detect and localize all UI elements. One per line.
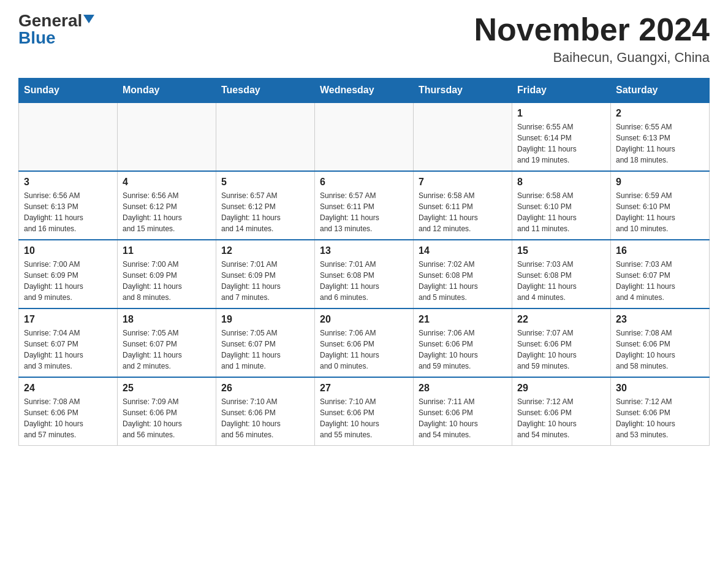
calendar-cell <box>414 102 512 171</box>
logo: General Blue <box>18 12 94 47</box>
day-info: Sunrise: 7:03 AMSunset: 6:08 PMDaylight:… <box>517 259 605 303</box>
calendar-cell: 5Sunrise: 6:57 AMSunset: 6:12 PMDaylight… <box>216 171 315 240</box>
day-info: Sunrise: 6:58 AMSunset: 6:10 PMDaylight:… <box>517 190 605 234</box>
calendar-cell: 1Sunrise: 6:55 AMSunset: 6:14 PMDaylight… <box>512 102 611 171</box>
calendar-cell: 11Sunrise: 7:00 AMSunset: 6:09 PMDayligh… <box>118 240 216 308</box>
calendar-cell: 10Sunrise: 7:00 AMSunset: 6:09 PMDayligh… <box>19 240 118 308</box>
day-number: 22 <box>517 314 605 325</box>
day-number: 15 <box>517 245 605 256</box>
calendar-cell: 24Sunrise: 7:08 AMSunset: 6:06 PMDayligh… <box>19 377 118 446</box>
day-info: Sunrise: 7:06 AMSunset: 6:06 PMDaylight:… <box>419 327 507 372</box>
calendar-body: 1Sunrise: 6:55 AMSunset: 6:14 PMDaylight… <box>19 102 710 446</box>
day-info: Sunrise: 7:10 AMSunset: 6:06 PMDaylight:… <box>320 396 408 440</box>
calendar-cell: 20Sunrise: 7:06 AMSunset: 6:06 PMDayligh… <box>315 308 414 377</box>
calendar-header: SundayMondayTuesdayWednesdayThursdayFrid… <box>19 79 710 103</box>
day-info: Sunrise: 6:56 AMSunset: 6:12 PMDaylight:… <box>123 190 211 234</box>
day-number: 23 <box>616 314 704 325</box>
calendar-cell <box>216 102 315 171</box>
logo-blue-text: Blue <box>18 29 56 47</box>
day-info: Sunrise: 7:12 AMSunset: 6:06 PMDaylight:… <box>517 396 605 440</box>
weekday-header-sunday: Sunday <box>19 79 118 103</box>
day-info: Sunrise: 7:02 AMSunset: 6:08 PMDaylight:… <box>419 259 507 303</box>
calendar-cell: 9Sunrise: 6:59 AMSunset: 6:10 PMDaylight… <box>611 171 710 240</box>
day-number: 21 <box>419 314 507 325</box>
day-number: 25 <box>123 383 211 394</box>
day-info: Sunrise: 6:55 AMSunset: 6:14 PMDaylight:… <box>517 121 605 166</box>
day-number: 30 <box>616 383 704 394</box>
day-number: 7 <box>419 177 507 188</box>
title-area: November 2024 Baihecun, Guangxi, China <box>474 12 710 66</box>
day-number: 29 <box>517 383 605 394</box>
day-info: Sunrise: 6:59 AMSunset: 6:10 PMDaylight:… <box>616 190 704 234</box>
day-number: 10 <box>24 245 112 256</box>
day-info: Sunrise: 7:03 AMSunset: 6:07 PMDaylight:… <box>616 259 704 303</box>
day-number: 6 <box>320 177 408 188</box>
calendar-week-row: 17Sunrise: 7:04 AMSunset: 6:07 PMDayligh… <box>19 308 710 377</box>
weekday-header-wednesday: Wednesday <box>315 79 414 103</box>
day-info: Sunrise: 6:58 AMSunset: 6:11 PMDaylight:… <box>419 190 507 234</box>
calendar-cell: 2Sunrise: 6:55 AMSunset: 6:13 PMDaylight… <box>611 102 710 171</box>
day-number: 4 <box>123 177 211 188</box>
day-number: 1 <box>517 108 605 119</box>
calendar-cell: 26Sunrise: 7:10 AMSunset: 6:06 PMDayligh… <box>216 377 315 446</box>
calendar-cell: 7Sunrise: 6:58 AMSunset: 6:11 PMDaylight… <box>414 171 512 240</box>
day-number: 2 <box>616 108 704 119</box>
calendar-cell: 21Sunrise: 7:06 AMSunset: 6:06 PMDayligh… <box>414 308 512 377</box>
day-number: 18 <box>123 314 211 325</box>
logo-triangle-icon <box>83 15 94 23</box>
day-number: 28 <box>419 383 507 394</box>
calendar-cell <box>315 102 414 171</box>
day-number: 14 <box>419 245 507 256</box>
calendar-cell: 3Sunrise: 6:56 AMSunset: 6:13 PMDaylight… <box>19 171 118 240</box>
calendar-cell: 19Sunrise: 7:05 AMSunset: 6:07 PMDayligh… <box>216 308 315 377</box>
calendar-cell: 29Sunrise: 7:12 AMSunset: 6:06 PMDayligh… <box>512 377 611 446</box>
day-number: 5 <box>221 177 309 188</box>
calendar-cell: 28Sunrise: 7:11 AMSunset: 6:06 PMDayligh… <box>414 377 512 446</box>
calendar-cell: 6Sunrise: 6:57 AMSunset: 6:11 PMDaylight… <box>315 171 414 240</box>
day-info: Sunrise: 7:05 AMSunset: 6:07 PMDaylight:… <box>221 327 309 372</box>
day-number: 8 <box>517 177 605 188</box>
day-info: Sunrise: 7:08 AMSunset: 6:06 PMDaylight:… <box>616 327 704 372</box>
calendar-cell: 25Sunrise: 7:09 AMSunset: 6:06 PMDayligh… <box>118 377 216 446</box>
calendar-cell: 8Sunrise: 6:58 AMSunset: 6:10 PMDaylight… <box>512 171 611 240</box>
calendar-cell: 12Sunrise: 7:01 AMSunset: 6:09 PMDayligh… <box>216 240 315 308</box>
day-info: Sunrise: 6:57 AMSunset: 6:11 PMDaylight:… <box>320 190 408 234</box>
calendar-cell: 30Sunrise: 7:12 AMSunset: 6:06 PMDayligh… <box>611 377 710 446</box>
day-number: 26 <box>221 383 309 394</box>
weekday-header-tuesday: Tuesday <box>216 79 315 103</box>
day-info: Sunrise: 7:11 AMSunset: 6:06 PMDaylight:… <box>419 396 507 440</box>
weekday-header-monday: Monday <box>118 79 216 103</box>
day-info: Sunrise: 7:00 AMSunset: 6:09 PMDaylight:… <box>123 259 211 303</box>
day-info: Sunrise: 6:57 AMSunset: 6:12 PMDaylight:… <box>221 190 309 234</box>
weekday-header-thursday: Thursday <box>414 79 512 103</box>
calendar-cell: 4Sunrise: 6:56 AMSunset: 6:12 PMDaylight… <box>118 171 216 240</box>
calendar-week-row: 3Sunrise: 6:56 AMSunset: 6:13 PMDaylight… <box>19 171 710 240</box>
day-info: Sunrise: 6:56 AMSunset: 6:13 PMDaylight:… <box>24 190 112 234</box>
day-info: Sunrise: 7:01 AMSunset: 6:09 PMDaylight:… <box>221 259 309 303</box>
day-number: 9 <box>616 177 704 188</box>
day-number: 17 <box>24 314 112 325</box>
calendar-cell: 13Sunrise: 7:01 AMSunset: 6:08 PMDayligh… <box>315 240 414 308</box>
day-info: Sunrise: 7:04 AMSunset: 6:07 PMDaylight:… <box>24 327 112 372</box>
calendar-cell: 27Sunrise: 7:10 AMSunset: 6:06 PMDayligh… <box>315 377 414 446</box>
day-number: 24 <box>24 383 112 394</box>
day-number: 3 <box>24 177 112 188</box>
day-info: Sunrise: 7:12 AMSunset: 6:06 PMDaylight:… <box>616 396 704 440</box>
calendar-cell: 18Sunrise: 7:05 AMSunset: 6:07 PMDayligh… <box>118 308 216 377</box>
calendar-cell <box>118 102 216 171</box>
calendar-title: November 2024 <box>474 12 710 47</box>
weekday-header-saturday: Saturday <box>611 79 710 103</box>
weekday-header-friday: Friday <box>512 79 611 103</box>
day-number: 16 <box>616 245 704 256</box>
day-number: 27 <box>320 383 408 394</box>
page-header: General Blue November 2024 Baihecun, Gua… <box>18 12 710 66</box>
day-info: Sunrise: 6:55 AMSunset: 6:13 PMDaylight:… <box>616 121 704 166</box>
calendar-cell <box>19 102 118 171</box>
calendar-week-row: 1Sunrise: 6:55 AMSunset: 6:14 PMDaylight… <box>19 102 710 171</box>
calendar-cell: 22Sunrise: 7:07 AMSunset: 6:06 PMDayligh… <box>512 308 611 377</box>
calendar-table: SundayMondayTuesdayWednesdayThursdayFrid… <box>18 78 710 446</box>
logo-general-text: General <box>18 12 82 29</box>
day-info: Sunrise: 7:10 AMSunset: 6:06 PMDaylight:… <box>221 396 309 440</box>
calendar-week-row: 10Sunrise: 7:00 AMSunset: 6:09 PMDayligh… <box>19 240 710 308</box>
calendar-cell: 16Sunrise: 7:03 AMSunset: 6:07 PMDayligh… <box>611 240 710 308</box>
